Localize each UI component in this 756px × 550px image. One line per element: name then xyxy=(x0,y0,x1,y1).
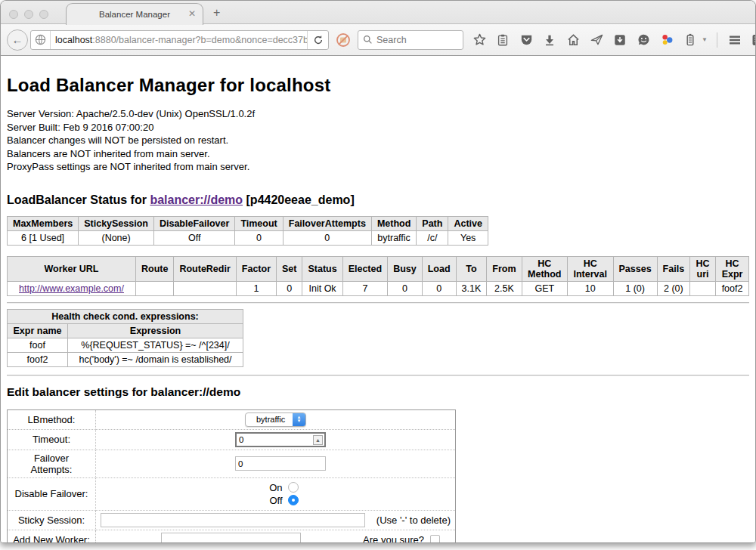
zoom-window-button[interactable] xyxy=(39,10,48,19)
val-hc-interval: 10 xyxy=(568,281,614,295)
failover-attempts-input[interactable]: 0 xyxy=(235,456,326,471)
colored-dots-extension-icon[interactable] xyxy=(658,32,675,48)
tab-balancer-manager[interactable]: Balancer Manager ✕ xyxy=(66,3,203,25)
screen: Balancer Manager ✕ + ← localhost:8880/ba… xyxy=(0,0,756,550)
radio-on[interactable] xyxy=(288,482,299,493)
lbmethod-label: LBmethod: xyxy=(8,409,96,429)
col-factor: Factor xyxy=(236,256,276,281)
tab-close-icon[interactable]: ✕ xyxy=(188,9,196,18)
lbmethod-selected-value: bytraffic xyxy=(246,415,293,424)
close-window-button[interactable] xyxy=(9,10,18,19)
col-hc-uri: HC uri xyxy=(690,256,716,281)
reload-icon[interactable] xyxy=(307,31,328,49)
lbmethod-row: LBmethod: bytraffic ▲▼ xyxy=(8,409,456,429)
server-built-line: Server Built: Feb 9 2016 07:00:20 xyxy=(7,121,749,134)
col-method: Method xyxy=(371,216,416,230)
col-from: From xyxy=(487,256,522,281)
loadbalancer-status-heading: LoadBalancer Status for balancer://demo … xyxy=(7,193,749,207)
sticky-session-row: Sticky Session: (Use '-' to delete) xyxy=(8,510,456,530)
radio-off[interactable] xyxy=(288,495,299,505)
menu-hamburger-icon[interactable] xyxy=(727,32,743,48)
inherit-notice-line: Balancers are NOT inherited from main se… xyxy=(7,147,749,161)
persist-notice-line: Balancer changes will NOT be persisted o… xyxy=(7,134,749,147)
col-active: Active xyxy=(448,216,488,230)
battery-icon[interactable] xyxy=(682,32,699,48)
val-failoverattempts: 0 xyxy=(283,230,371,245)
status-heading-prefix: LoadBalancer Status for xyxy=(7,193,150,206)
col-hc-interval: HC Interval xyxy=(568,256,614,281)
status-heading-suffix: [p4420eeae_demo] xyxy=(243,193,355,206)
health-caption: Health check cond. expressions: xyxy=(8,309,243,323)
lbmethod-select[interactable]: bytraffic ▲▼ xyxy=(245,412,306,427)
window-controls[interactable] xyxy=(9,10,48,19)
disable-failover-label: Disable Failover: xyxy=(8,477,96,510)
grid-notes-extension-icon[interactable] xyxy=(750,32,756,48)
download-icon[interactable] xyxy=(541,32,558,48)
browser-window: Balancer Manager ✕ + ← localhost:8880/ba… xyxy=(0,0,756,543)
col-maxmembers: MaxMembers xyxy=(8,216,79,230)
val-status: Init Ok xyxy=(302,281,342,295)
health-header-row: Expr name Expression xyxy=(8,323,243,338)
extension-square-download-icon[interactable] xyxy=(612,32,628,48)
col-routeredir: RouteRedir xyxy=(174,256,236,281)
radio-off-label: Off xyxy=(269,495,282,506)
home-icon[interactable] xyxy=(565,32,581,48)
radio-on-label: On xyxy=(269,482,282,493)
worker-table: Worker URL Route RouteRedir Factor Set S… xyxy=(7,256,749,296)
search-bar[interactable] xyxy=(358,30,463,50)
pocket-icon[interactable] xyxy=(518,32,534,48)
tab-title: Balancer Manager xyxy=(99,10,170,19)
val-hc-uri xyxy=(690,281,716,295)
site-identity-globe-icon[interactable] xyxy=(31,31,51,49)
col-busy: Busy xyxy=(388,256,423,281)
add-worker-label: Add New Worker: xyxy=(8,530,96,543)
balancer-demo-link[interactable]: balancer://demo xyxy=(150,193,243,206)
url-host: localhost xyxy=(55,35,92,45)
chevron-down-icon[interactable]: ▼ xyxy=(702,36,708,43)
back-button[interactable]: ← xyxy=(7,29,28,51)
bookmark-star-icon[interactable] xyxy=(471,32,488,48)
col-load: Load xyxy=(422,256,456,281)
val-passes: 1 (0) xyxy=(613,281,657,295)
toolbar-icons: ▼ xyxy=(471,32,756,48)
sticky-session-label: Sticky Session: xyxy=(8,510,96,530)
new-tab-button[interactable]: + xyxy=(213,7,220,19)
val-fails: 2 (0) xyxy=(657,281,690,295)
val-expression-1: %{REQUEST_STATUS} =~ /^[234]/ xyxy=(68,338,243,352)
val-active: Yes xyxy=(448,230,488,245)
chat-smiley-icon[interactable] xyxy=(635,32,652,48)
edit-balancer-form: LBmethod: bytraffic ▲▼ Timeout: 0 ▲ xyxy=(7,409,456,544)
col-set: Set xyxy=(277,256,302,281)
add-worker-row: Add New Worker: Are you sure? xyxy=(8,530,456,543)
val-maxmembers: 6 [1 Used] xyxy=(8,230,79,245)
worker-url-link[interactable]: http://www.example.com/ xyxy=(19,283,124,294)
edit-settings-heading: Edit balancer settings for balancer://de… xyxy=(7,385,749,399)
blocked-content-icon[interactable] xyxy=(333,30,353,50)
search-input[interactable] xyxy=(376,35,452,45)
val-from: 2.5K xyxy=(487,281,522,295)
are-you-sure-checkbox[interactable] xyxy=(430,535,440,544)
failover-attempts-label: Failover Attempts: xyxy=(8,450,96,477)
val-disablefailover: Off xyxy=(153,230,234,245)
url-bar[interactable]: localhost:8880/balancer-manager?b=demo&n… xyxy=(30,30,329,50)
worker-value-row: http://www.example.com/ 1 0 Init Ok 7 0 … xyxy=(8,281,749,295)
url-path: :8880/balancer-manager?b=demo&nonce=decc… xyxy=(92,35,307,45)
sticky-session-hint: (Use '-' to delete) xyxy=(376,514,451,526)
balancer-value-row: 6 [1 Used] (None) Off 0 0 bytraffic /c/ … xyxy=(8,230,488,245)
navigation-toolbar: ← localhost:8880/balancer-manager?b=demo… xyxy=(1,24,755,56)
col-fails: Fails xyxy=(657,256,690,281)
balancer-header-row: MaxMembers StickySession DisableFailover… xyxy=(8,216,488,230)
col-failoverattempts: FailoverAttempts xyxy=(283,216,371,230)
send-plane-icon[interactable] xyxy=(588,32,605,48)
val-elected: 7 xyxy=(342,281,387,295)
bookmarks-clipboard-icon[interactable] xyxy=(494,32,511,48)
col-status: Status xyxy=(302,256,342,281)
val-set: 0 xyxy=(277,281,302,295)
val-path: /c/ xyxy=(417,230,448,245)
add-worker-input[interactable] xyxy=(161,533,301,544)
sticky-session-input[interactable] xyxy=(101,513,365,527)
number-stepper-icon[interactable]: ▲ xyxy=(313,435,323,445)
timeout-input[interactable]: 0 ▲ xyxy=(235,432,326,447)
url-text[interactable]: localhost:8880/balancer-manager?b=demo&n… xyxy=(51,35,307,45)
minimize-window-button[interactable] xyxy=(24,10,33,19)
